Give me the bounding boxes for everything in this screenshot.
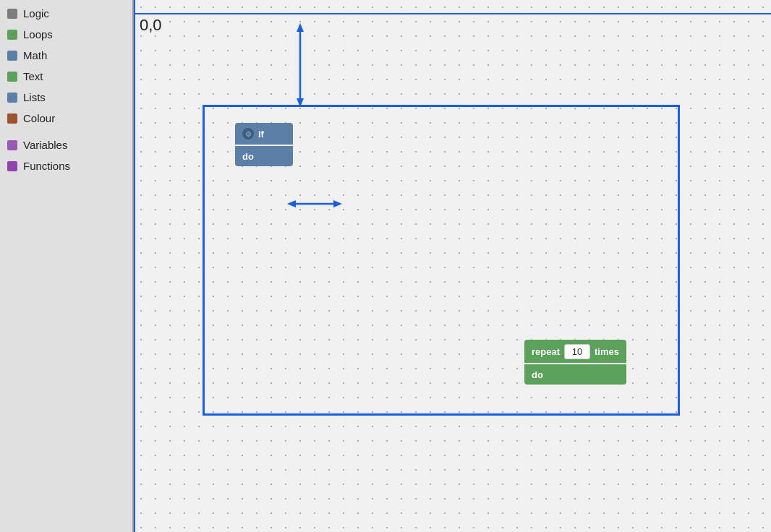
sidebar-item-math[interactable]: Math xyxy=(0,45,132,66)
sidebar-item-variables[interactable]: Variables xyxy=(0,134,132,155)
math-color-dot xyxy=(7,51,17,61)
lists-color-dot xyxy=(7,93,17,103)
horizontal-guide-line xyxy=(134,13,771,14)
svg-marker-2 xyxy=(297,98,304,107)
sidebar-item-functions[interactable]: Functions xyxy=(0,155,132,176)
sidebar-item-loops[interactable]: Loops xyxy=(0,24,132,45)
colour-color-dot xyxy=(7,113,17,124)
sidebar-item-label: Logic xyxy=(23,7,49,20)
sidebar-item-colour[interactable]: Colour xyxy=(0,108,132,129)
svg-marker-1 xyxy=(297,23,304,32)
text-color-dot xyxy=(7,72,17,82)
loops-color-dot xyxy=(7,30,17,40)
sidebar-item-lists[interactable]: Lists xyxy=(0,87,132,108)
logic-color-dot xyxy=(7,9,17,19)
sidebar-item-label: Variables xyxy=(23,139,67,151)
sidebar-item-label: Functions xyxy=(23,160,70,172)
horizontal-arrow xyxy=(286,193,344,215)
sidebar-item-label: Text xyxy=(23,70,43,82)
vertical-arrow xyxy=(289,22,311,108)
sidebar-item-label: Math xyxy=(23,49,47,61)
sidebar-item-logic[interactable]: Logic xyxy=(0,3,132,24)
sidebar-item-text[interactable]: Text xyxy=(0,66,132,87)
sidebar-divider xyxy=(0,129,132,134)
sidebar-item-label: Colour xyxy=(23,112,55,124)
svg-marker-5 xyxy=(333,200,342,207)
vertical-guide-line xyxy=(134,0,135,532)
functions-color-dot xyxy=(7,161,17,171)
svg-marker-4 xyxy=(287,200,296,207)
sidebar-item-label: Lists xyxy=(23,91,46,103)
origin-label: 0,0 xyxy=(140,16,162,35)
workspace: 0,0 ⚙ if do repeat times xyxy=(134,0,771,532)
variables-color-dot xyxy=(7,140,17,150)
selection-box xyxy=(203,105,680,416)
sidebar-item-label: Loops xyxy=(23,28,53,40)
sidebar: Logic Loops Math Text Lists Colour Varia… xyxy=(0,0,134,532)
